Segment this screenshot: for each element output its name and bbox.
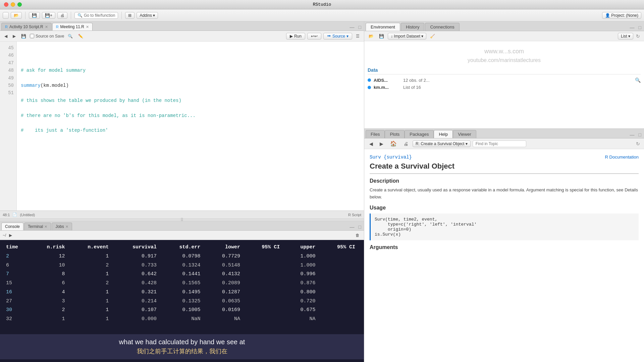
env-item-km[interactable]: km.m... List of 16	[368, 84, 641, 91]
tab-history[interactable]: History	[401, 23, 424, 31]
new-file-button[interactable]: ​	[3, 12, 9, 19]
project-button[interactable]: 👤 Project: (None)	[602, 12, 641, 19]
tab-packages[interactable]: Packages	[405, 130, 434, 138]
tab-console[interactable]: Console	[1, 223, 23, 230]
watermark-youtube: youtube.com/marinstatlectures	[368, 57, 641, 66]
env-content: www.w...s.com youtube.com/marinstatlectu…	[364, 41, 644, 128]
console-collapse-btn[interactable]: —	[348, 224, 356, 230]
editor-toolbar: ◀ ▶ 💾 Source on Save 🔍 ✏️ ▶ Run ↩↩ ⮕ Sou…	[0, 31, 364, 42]
edit-btn[interactable]: ✏️	[76, 33, 85, 39]
go-to-file-input[interactable]: 🔍 Go to file/function	[74, 12, 118, 19]
env-desc-aids: 12 obs. of 2...	[403, 78, 430, 83]
table-row: 21210.9170.07980.77291.000	[3, 252, 361, 261]
run-button[interactable]: ▶ Run	[286, 33, 305, 40]
print-button[interactable]: 🖨	[57, 12, 67, 19]
console-area: Console Terminal ✕ Jobs ✕ — □ ~/ ▶	[0, 221, 364, 362]
col-95ci-1: 95% CI	[246, 243, 285, 252]
re-run-button[interactable]: ↩↩	[307, 33, 321, 40]
nav-forward-btn[interactable]: ▶	[11, 33, 17, 39]
open-file-button[interactable]: 📂	[11, 12, 22, 19]
import-dataset-button[interactable]: ↓ Import Dataset ▾	[388, 33, 426, 40]
console-toolbar: ~/ ▶ 🗑	[0, 231, 364, 240]
env-load-btn[interactable]: 📂	[367, 33, 375, 39]
env-refresh-btn[interactable]: ↻	[635, 33, 641, 40]
survival-table: time n.risk n.event survival std.err low…	[3, 243, 361, 324]
help-print-btn[interactable]: 🖨	[401, 140, 411, 147]
help-collapse-btn[interactable]: —	[629, 131, 636, 138]
go-to-file-icon: 🔍	[77, 13, 83, 18]
minimize-button[interactable]	[11, 2, 15, 7]
search-btn[interactable]: 🔍	[66, 33, 74, 39]
nav-back-btn[interactable]: ◀	[3, 33, 9, 39]
source-on-save-checkbox[interactable]	[30, 34, 34, 38]
help-refresh-btn[interactable]: ↻	[635, 140, 641, 147]
close-button[interactable]	[4, 2, 8, 7]
env-save-btn[interactable]: 💾	[377, 33, 386, 39]
console-expand-btn[interactable]: □	[357, 224, 363, 230]
tab-connections[interactable]: Connections	[425, 23, 459, 31]
r-file-icon: R	[5, 25, 8, 29]
help-back-btn[interactable]: ◀	[367, 140, 375, 147]
script-type: R Script	[348, 213, 361, 217]
tab-terminal[interactable]: Terminal ✕	[24, 223, 51, 230]
tab-activity-script[interactable]: R Activity 10 Script.R ✕	[1, 23, 52, 31]
right-top-tabs: Environment History Connections — □	[364, 21, 644, 31]
toolbar-separator-2	[71, 12, 71, 19]
left-panel: R Activity 10 Script.R ✕ R Meeting 11.R …	[0, 21, 364, 362]
table-row: 7810.6420.14410.41320.996	[3, 270, 361, 279]
code-line-50: # its just a 'step-function'	[21, 127, 360, 134]
help-toolbar: ◀ ▶ 🏠 🖨 R: Create a Survival Object ▾ ↻	[364, 138, 644, 149]
code-line-49: # there are no 'b's for this model, as i…	[21, 112, 360, 119]
grid-button[interactable]: ⊞	[125, 12, 135, 19]
tab-close-meeting[interactable]: ✕	[86, 25, 89, 29]
tab-help[interactable]: Help	[434, 130, 453, 138]
resize-handle[interactable]: ⠿	[0, 219, 364, 221]
env-desc-km: List of 16	[403, 85, 421, 90]
env-collapse-btn[interactable]: —	[629, 24, 636, 31]
source-on-save-label[interactable]: Source on Save	[30, 34, 64, 39]
tab-jobs[interactable]: Jobs ✕	[52, 223, 72, 230]
env-expand-btn[interactable]: □	[637, 24, 643, 31]
tab-close-terminal[interactable]: ✕	[44, 225, 47, 229]
env-clean-btn[interactable]: 🧹	[428, 33, 437, 39]
col-time: time	[3, 243, 31, 252]
console-clear-btn[interactable]: 🗑	[354, 232, 361, 238]
tab-environment[interactable]: Environment	[366, 23, 400, 31]
help-home-btn[interactable]: 🏠	[388, 139, 399, 148]
tab-plots[interactable]: Plots	[385, 130, 405, 138]
env-section-data: Data	[368, 66, 641, 74]
help-forward-btn[interactable]: ▶	[377, 140, 386, 147]
code-editor[interactable]: 45 46 47 48 49 50 51 # ask for model sum…	[0, 42, 364, 210]
tab-close-jobs[interactable]: ✕	[65, 225, 68, 229]
subtitle-english: what we had calculated by hand we see at	[7, 338, 357, 346]
tab-files[interactable]: Files	[366, 130, 385, 138]
editor-collapse-btn[interactable]: —	[348, 24, 356, 31]
toolbar-separator-3	[121, 12, 122, 19]
col-nevent: n.event	[71, 243, 114, 252]
save-button[interactable]: 💾	[29, 12, 40, 19]
code-content[interactable]: # ask for model summary summary(km.model…	[17, 42, 364, 210]
find-in-topic-input[interactable]	[473, 140, 526, 147]
editor-save-btn[interactable]: 💾	[19, 33, 28, 39]
console-content[interactable]: time n.risk n.event survival std.err low…	[0, 240, 364, 362]
save-all-button[interactable]: 💾+	[42, 12, 55, 19]
help-expand-btn[interactable]: □	[637, 131, 643, 138]
console-path-arrow[interactable]: ▶	[7, 232, 14, 238]
titlebar: RStudio	[0, 0, 644, 9]
maximize-button[interactable]	[17, 2, 22, 7]
line-numbers: 45 46 47 48 49 50 51	[0, 42, 17, 210]
list-view-button[interactable]: List ▾	[618, 33, 633, 40]
tab-close-activity[interactable]: ✕	[45, 25, 48, 29]
breadcrumb-button[interactable]: R: Create a Survival Object ▾	[413, 140, 471, 147]
addins-button[interactable]: Addins ▾	[137, 12, 158, 19]
search-icon-aids[interactable]: 🔍	[635, 77, 641, 83]
col-lower: lower	[207, 243, 246, 252]
editor-expand-btn[interactable]: □	[357, 24, 363, 31]
editor-more-btn[interactable]: ☰	[354, 33, 361, 39]
help-function-title: Create a Survival Object	[370, 162, 639, 174]
tab-meeting-script[interactable]: R Meeting 11.R ✕	[52, 23, 93, 31]
tab-viewer[interactable]: Viewer	[453, 130, 476, 138]
col-95ci-2: 95% CI	[322, 243, 361, 252]
source-button[interactable]: ⮕ Source ▾	[323, 33, 352, 40]
env-item-aids[interactable]: AIDS... 12 obs. of 2... 🔍	[368, 76, 641, 84]
